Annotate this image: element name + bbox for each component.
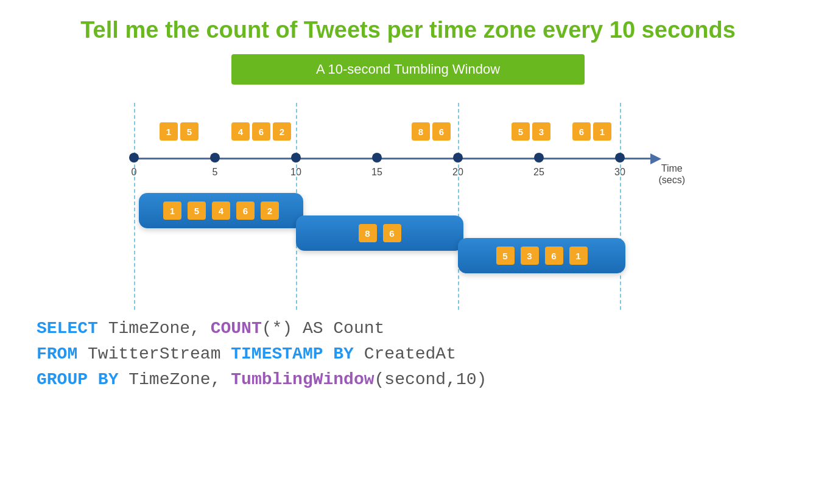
dashed-line-20: [458, 103, 459, 310]
window-box-2: 8 6: [296, 215, 463, 251]
dot-10: [291, 153, 301, 163]
badge-5-2: 1: [593, 122, 611, 141]
dot-5: [210, 153, 220, 163]
sql-count-kw: COUNT: [211, 319, 262, 338]
badge-group-4: 5 3: [510, 122, 552, 141]
dot-25: [534, 153, 544, 163]
page-title: Tell me the count of Tweets per time zon…: [0, 0, 816, 54]
badge-2-1: 4: [231, 122, 250, 141]
sql-line-2: FROM TwitterStream TIMESTAMP BY CreatedA…: [37, 341, 816, 367]
sql-space-2: [88, 370, 98, 389]
wb3-badge-3: 6: [545, 247, 563, 265]
badge-4-1: 5: [512, 122, 530, 141]
dot-0: [129, 153, 139, 163]
badge-2-3: 2: [273, 122, 291, 141]
sql-timezone-1: TimeZone,: [98, 319, 211, 338]
dot-30: [615, 153, 625, 163]
sql-by-kw1: BY: [333, 345, 354, 363]
dot-20: [453, 153, 463, 163]
sql-count-rest: (*) AS Count: [262, 319, 385, 338]
sql-area: SELECT TimeZone, COUNT(*) AS Count FROM …: [0, 316, 816, 393]
sql-createdat: CreatedAt: [354, 345, 456, 363]
wb1-badge-5: 2: [261, 201, 279, 220]
sql-by-1: [323, 345, 334, 363]
wb1-badge-2: 5: [188, 201, 206, 220]
badge-5-1: 6: [572, 122, 591, 141]
badge-3-2: 6: [432, 122, 451, 141]
wb2-badge-1: 8: [359, 224, 377, 242]
wb3-badge-1: 5: [496, 247, 515, 265]
sql-twitterstream: TwitterStream: [77, 345, 231, 363]
badge-group-2: 4 6 2: [230, 122, 292, 141]
wb3-badge-2: 3: [521, 247, 539, 265]
badge-3-1: 8: [412, 122, 430, 141]
time-label: Time(secs): [658, 163, 685, 186]
badge-4-2: 3: [532, 122, 550, 141]
sql-timestamp: TIMESTAMP: [231, 345, 323, 363]
wb3-badge-4: 1: [569, 247, 588, 265]
window-label-container: A 10-second Tumbling Window: [0, 54, 816, 85]
dot-15: [372, 153, 382, 163]
badge-2-2: 6: [252, 122, 270, 141]
wb2-badge-2: 6: [383, 224, 401, 242]
sql-line-3: GROUP BY TimeZone, TumblingWindow(second…: [37, 367, 816, 393]
badge-1-1: 1: [160, 122, 178, 141]
dashed-line-0: [134, 103, 135, 310]
badge-group-1: 1 5: [158, 122, 200, 141]
main-container: Tell me the count of Tweets per time zon…: [0, 0, 816, 504]
sql-timezone-2: TimeZone,: [118, 370, 231, 389]
wb1-badge-3: 4: [212, 201, 230, 220]
label-25: 25: [533, 167, 544, 178]
sql-line-1: SELECT TimeZone, COUNT(*) AS Count: [37, 316, 816, 341]
window-label: A 10-second Tumbling Window: [231, 54, 585, 85]
sql-select: SELECT: [37, 319, 98, 338]
sql-tumbling: TumblingWindow: [231, 370, 374, 389]
label-5: 5: [213, 167, 218, 178]
window-box-1: 1 5 4 6 2: [139, 193, 303, 228]
timeline-area: 1 5 4 6 2 8 6 5 3 6 1: [134, 103, 682, 310]
dashed-line-30: [620, 103, 621, 310]
badge-1-2: 5: [180, 122, 199, 141]
wb1-badge-1: 1: [163, 201, 181, 220]
wb1-badge-4: 6: [236, 201, 255, 220]
sql-by-kw2: BY: [98, 370, 119, 389]
badge-group-5: 6 1: [571, 122, 613, 141]
window-box-3: 5 3 6 1: [458, 238, 625, 273]
sql-from: FROM: [37, 345, 77, 363]
badge-group-3: 8 6: [410, 122, 452, 141]
label-15: 15: [371, 167, 382, 178]
sql-group: GROUP: [37, 370, 88, 389]
sql-window-args: (second,10): [375, 370, 487, 389]
